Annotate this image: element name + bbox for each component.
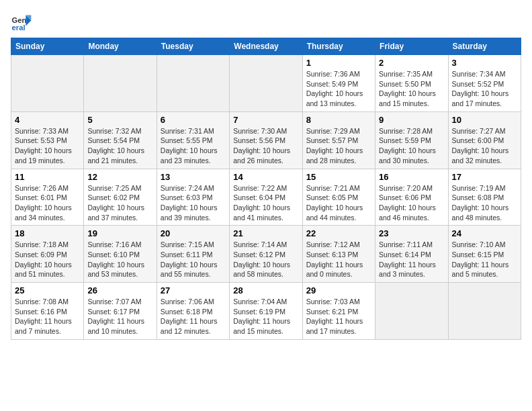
day-info: Sunrise: 7:21 AMSunset: 6:05 PMDaylight:… — [306, 183, 371, 223]
day-number: 25 — [15, 285, 80, 295]
day-info: Sunrise: 7:20 AMSunset: 6:06 PMDaylight:… — [379, 183, 444, 223]
day-number: 26 — [87, 285, 152, 295]
day-info: Sunrise: 7:26 AMSunset: 6:01 PMDaylight:… — [15, 183, 80, 223]
day-number: 28 — [233, 285, 298, 295]
weekday-header-friday: Friday — [375, 38, 448, 55]
day-info: Sunrise: 7:33 AMSunset: 5:53 PMDaylight:… — [15, 126, 80, 166]
calendar-cell: 12Sunrise: 7:25 AMSunset: 6:02 PMDayligh… — [84, 169, 157, 226]
calendar-cell: 25Sunrise: 7:08 AMSunset: 6:16 PMDayligh… — [11, 283, 84, 340]
day-number: 17 — [452, 172, 517, 182]
day-info: Sunrise: 7:28 AMSunset: 5:59 PMDaylight:… — [379, 126, 444, 166]
calendar-cell: 13Sunrise: 7:24 AMSunset: 6:03 PMDayligh… — [157, 169, 229, 226]
calendar-cell: 8Sunrise: 7:29 AMSunset: 5:57 PMDaylight… — [302, 111, 375, 169]
calendar-week-row: 4Sunrise: 7:33 AMSunset: 5:53 PMDaylight… — [11, 111, 521, 169]
day-info: Sunrise: 7:16 AMSunset: 6:10 PMDaylight:… — [87, 240, 152, 279]
calendar-cell: 6Sunrise: 7:31 AMSunset: 5:55 PMDaylight… — [157, 111, 229, 169]
calendar-cell: 23Sunrise: 7:11 AMSunset: 6:14 PMDayligh… — [375, 226, 448, 283]
day-info: Sunrise: 7:19 AMSunset: 6:08 PMDaylight:… — [452, 183, 517, 223]
day-number: 7 — [233, 115, 298, 125]
calendar-cell: 2Sunrise: 7:35 AMSunset: 5:50 PMDaylight… — [375, 55, 448, 112]
calendar-cell — [230, 55, 302, 112]
day-number: 1 — [306, 58, 371, 68]
calendar-cell: 9Sunrise: 7:28 AMSunset: 5:59 PMDaylight… — [375, 111, 448, 169]
day-info: Sunrise: 7:06 AMSunset: 6:18 PMDaylight:… — [161, 297, 226, 336]
svg-text:Gen: Gen — [12, 16, 27, 24]
calendar-cell: 4Sunrise: 7:33 AMSunset: 5:53 PMDaylight… — [11, 111, 84, 169]
day-info: Sunrise: 7:10 AMSunset: 6:15 PMDaylight:… — [452, 240, 517, 279]
day-number: 27 — [161, 285, 226, 295]
day-number: 23 — [379, 228, 444, 238]
day-info: Sunrise: 7:08 AMSunset: 6:16 PMDaylight:… — [15, 297, 80, 336]
day-info: Sunrise: 7:31 AMSunset: 5:55 PMDaylight:… — [161, 126, 226, 166]
day-info: Sunrise: 7:04 AMSunset: 6:19 PMDaylight:… — [233, 297, 298, 336]
day-info: Sunrise: 7:32 AMSunset: 5:54 PMDaylight:… — [87, 126, 152, 166]
calendar-cell: 19Sunrise: 7:16 AMSunset: 6:10 PMDayligh… — [84, 226, 157, 283]
calendar-cell: 20Sunrise: 7:15 AMSunset: 6:11 PMDayligh… — [157, 226, 229, 283]
page-header: Gen eral — [11, 11, 521, 32]
weekday-header-tuesday: Tuesday — [157, 38, 229, 55]
day-info: Sunrise: 7:24 AMSunset: 6:03 PMDaylight:… — [161, 183, 226, 223]
day-number: 18 — [15, 228, 80, 238]
day-info: Sunrise: 7:29 AMSunset: 5:57 PMDaylight:… — [306, 126, 371, 166]
calendar-cell — [448, 283, 521, 340]
weekday-header-saturday: Saturday — [448, 38, 521, 55]
logo-icon: Gen eral — [11, 11, 32, 32]
day-number: 2 — [379, 58, 444, 68]
calendar-cell: 14Sunrise: 7:22 AMSunset: 6:04 PMDayligh… — [230, 169, 302, 226]
weekday-header-thursday: Thursday — [302, 38, 375, 55]
day-info: Sunrise: 7:27 AMSunset: 6:00 PMDaylight:… — [452, 126, 517, 166]
day-info: Sunrise: 7:15 AMSunset: 6:11 PMDaylight:… — [161, 240, 226, 279]
calendar-cell: 24Sunrise: 7:10 AMSunset: 6:15 PMDayligh… — [448, 226, 521, 283]
svg-text:eral: eral — [12, 24, 26, 32]
day-number: 16 — [379, 172, 444, 182]
calendar-cell — [157, 55, 229, 112]
calendar-week-row: 11Sunrise: 7:26 AMSunset: 6:01 PMDayligh… — [11, 169, 521, 226]
logo: Gen eral — [11, 11, 35, 32]
calendar-cell: 5Sunrise: 7:32 AMSunset: 5:54 PMDaylight… — [84, 111, 157, 169]
calendar-cell: 18Sunrise: 7:18 AMSunset: 6:09 PMDayligh… — [11, 226, 84, 283]
weekday-header-wednesday: Wednesday — [230, 38, 302, 55]
day-number: 3 — [452, 58, 517, 68]
day-number: 21 — [233, 228, 298, 238]
day-info: Sunrise: 7:18 AMSunset: 6:09 PMDaylight:… — [15, 240, 80, 279]
day-info: Sunrise: 7:35 AMSunset: 5:50 PMDaylight:… — [379, 69, 444, 109]
calendar-cell: 1Sunrise: 7:36 AMSunset: 5:49 PMDaylight… — [302, 55, 375, 112]
weekday-header-row: SundayMondayTuesdayWednesdayThursdayFrid… — [11, 38, 521, 55]
calendar-cell — [84, 55, 157, 112]
calendar-cell: 3Sunrise: 7:34 AMSunset: 5:52 PMDaylight… — [448, 55, 521, 112]
day-number: 12 — [87, 172, 152, 182]
calendar-cell: 22Sunrise: 7:12 AMSunset: 6:13 PMDayligh… — [302, 226, 375, 283]
calendar-cell: 7Sunrise: 7:30 AMSunset: 5:56 PMDaylight… — [230, 111, 302, 169]
calendar-cell: 28Sunrise: 7:04 AMSunset: 6:19 PMDayligh… — [230, 283, 302, 340]
day-info: Sunrise: 7:12 AMSunset: 6:13 PMDaylight:… — [306, 240, 371, 279]
calendar-cell: 10Sunrise: 7:27 AMSunset: 6:00 PMDayligh… — [448, 111, 521, 169]
calendar-cell — [375, 283, 448, 340]
calendar-cell: 29Sunrise: 7:03 AMSunset: 6:21 PMDayligh… — [302, 283, 375, 340]
weekday-header-monday: Monday — [84, 38, 157, 55]
calendar-week-row: 25Sunrise: 7:08 AMSunset: 6:16 PMDayligh… — [11, 283, 521, 340]
day-info: Sunrise: 7:14 AMSunset: 6:12 PMDaylight:… — [233, 240, 298, 279]
day-number: 24 — [452, 228, 517, 238]
day-number: 29 — [306, 285, 371, 295]
day-number: 13 — [161, 172, 226, 182]
day-number: 6 — [161, 115, 226, 125]
day-info: Sunrise: 7:03 AMSunset: 6:21 PMDaylight:… — [306, 297, 371, 336]
day-number: 22 — [306, 228, 371, 238]
day-number: 20 — [161, 228, 226, 238]
calendar-week-row: 18Sunrise: 7:18 AMSunset: 6:09 PMDayligh… — [11, 226, 521, 283]
calendar-cell: 21Sunrise: 7:14 AMSunset: 6:12 PMDayligh… — [230, 226, 302, 283]
calendar-cell: 17Sunrise: 7:19 AMSunset: 6:08 PMDayligh… — [448, 169, 521, 226]
day-number: 5 — [87, 115, 152, 125]
day-info: Sunrise: 7:36 AMSunset: 5:49 PMDaylight:… — [306, 69, 371, 109]
calendar-week-row: 1Sunrise: 7:36 AMSunset: 5:49 PMDaylight… — [11, 55, 521, 112]
day-info: Sunrise: 7:25 AMSunset: 6:02 PMDaylight:… — [87, 183, 152, 223]
calendar-cell — [11, 55, 84, 112]
day-info: Sunrise: 7:30 AMSunset: 5:56 PMDaylight:… — [233, 126, 298, 166]
calendar-cell: 15Sunrise: 7:21 AMSunset: 6:05 PMDayligh… — [302, 169, 375, 226]
day-number: 11 — [15, 172, 80, 182]
day-number: 8 — [306, 115, 371, 125]
calendar-table: SundayMondayTuesdayWednesdayThursdayFrid… — [11, 38, 521, 340]
calendar-cell: 27Sunrise: 7:06 AMSunset: 6:18 PMDayligh… — [157, 283, 229, 340]
day-number: 4 — [15, 115, 80, 125]
weekday-header-sunday: Sunday — [11, 38, 84, 55]
